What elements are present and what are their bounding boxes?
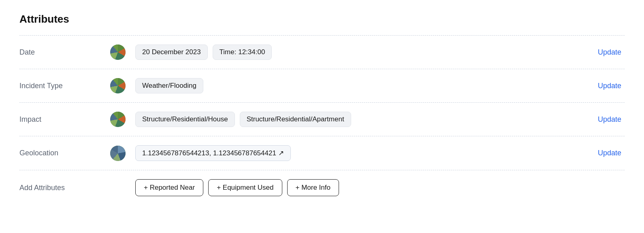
add-reported-near-button[interactable]: + Reported Near — [135, 179, 203, 196]
impact-row: Impact Structure/Residential/House Struc… — [19, 103, 625, 136]
date-content: 20 December 2023 Time: 12:34:00 — [135, 44, 585, 60]
geolocation-avatar-img — [110, 146, 126, 161]
impact-content: Structure/Residential/House Structure/Re… — [135, 112, 585, 127]
time-value-tag: Time: 12:34:00 — [213, 44, 272, 60]
geolocation-row: Geolocation 1.1234567876544213, 1.123456… — [19, 136, 625, 170]
page-title: Attributes — [19, 13, 625, 25]
date-value-tag: 20 December 2023 — [135, 44, 208, 60]
impact-label: Impact — [19, 115, 100, 124]
add-attributes-buttons: + Reported Near + Equipment Used + More … — [135, 179, 339, 196]
incident-type-avatar-img — [110, 78, 126, 93]
geolocation-label: Geolocation — [19, 149, 100, 157]
add-equipment-used-button[interactable]: + Equipment Used — [208, 179, 282, 196]
incident-type-update-button[interactable]: Update — [595, 80, 625, 92]
incident-type-row: Incident Type Weather/Flooding Update — [19, 69, 625, 102]
impact-house-tag: Structure/Residential/House — [135, 112, 235, 127]
geolocation-avatar — [110, 146, 126, 161]
add-attributes-label: Add Attributes — [19, 184, 100, 192]
date-update-button[interactable]: Update — [595, 47, 625, 58]
geolocation-value-tag[interactable]: 1.1234567876544213, 1.123456787654421 ↗ — [135, 145, 291, 161]
impact-apartment-tag: Structure/Residential/Apartment — [240, 112, 351, 127]
date-avatar — [110, 44, 126, 60]
incident-type-content: Weather/Flooding — [135, 78, 585, 93]
add-attributes-row: Add Attributes + Reported Near + Equipme… — [19, 170, 625, 205]
attributes-panel: Attributes Date 20 December 2023 Time: 1… — [0, 0, 644, 218]
incident-type-avatar — [110, 78, 126, 93]
geolocation-content: 1.1234567876544213, 1.123456787654421 ↗ — [135, 145, 585, 161]
impact-avatar-img — [110, 112, 126, 127]
date-label: Date — [19, 48, 100, 57]
incident-type-label: Incident Type — [19, 82, 100, 90]
incident-type-value-tag: Weather/Flooding — [135, 78, 203, 93]
add-more-info-button[interactable]: + More Info — [287, 179, 339, 196]
geolocation-update-button[interactable]: Update — [595, 147, 625, 159]
date-row: Date 20 December 2023 Time: 12:34:00 Upd… — [19, 36, 625, 69]
impact-update-button[interactable]: Update — [595, 114, 625, 125]
impact-avatar — [110, 112, 126, 127]
date-avatar-img — [110, 44, 126, 60]
